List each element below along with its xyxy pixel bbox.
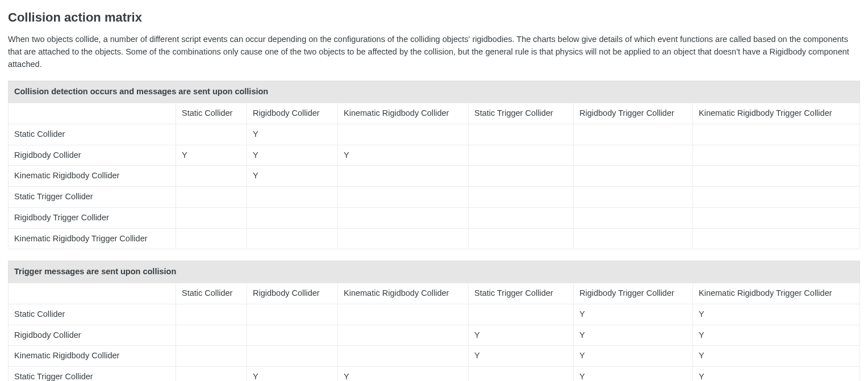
table-cell: Y xyxy=(338,367,469,382)
row-header: Rigidbody Trigger Collider xyxy=(9,207,176,228)
column-header: Rigidbody Collider xyxy=(247,283,338,304)
table-caption: Trigger messages are sent upon collision xyxy=(8,261,860,283)
column-header: Rigidbody Collider xyxy=(247,103,338,124)
table-cell xyxy=(469,367,574,382)
row-header: Static Trigger Collider xyxy=(9,367,176,382)
column-header: Rigidbody Trigger Collider xyxy=(574,283,693,304)
table-cell xyxy=(469,207,574,228)
table-cell xyxy=(176,367,247,382)
table-cell xyxy=(247,187,338,208)
table-cell xyxy=(338,228,469,249)
table-cell xyxy=(176,325,247,346)
table-cell: Y xyxy=(574,367,693,382)
row-header: Static Collider xyxy=(9,304,176,325)
table-cell xyxy=(469,187,574,208)
tables-container: Collision detection occurs and messages … xyxy=(8,81,860,381)
table-cell xyxy=(574,228,693,249)
column-header: Rigidbody Trigger Collider xyxy=(574,103,693,124)
table-cell xyxy=(176,304,247,325)
table-cell: Y xyxy=(247,145,338,166)
column-header: Static Collider xyxy=(176,103,247,124)
table-cell xyxy=(338,124,469,145)
column-header: Kinematic Rigidbody Trigger Collider xyxy=(693,283,860,304)
column-header: Static Trigger Collider xyxy=(469,103,574,124)
column-header: Kinematic Rigidbody Collider xyxy=(338,103,469,124)
table-cell: Y xyxy=(574,346,693,367)
table-cell xyxy=(176,124,247,145)
table-corner-cell xyxy=(9,103,176,124)
table-row: Kinematic Rigidbody ColliderY xyxy=(9,166,860,187)
table-cell: Y xyxy=(247,166,338,187)
table-cell xyxy=(574,187,693,208)
row-header: Static Trigger Collider xyxy=(9,187,176,208)
table-row: Static Trigger Collider xyxy=(9,187,860,208)
table-cell xyxy=(176,346,247,367)
table-cell: Y xyxy=(338,145,469,166)
table-cell xyxy=(247,207,338,228)
collision-table-1: Trigger messages are sent upon collision… xyxy=(8,261,860,381)
table-cell: Y xyxy=(247,367,338,382)
table-cell xyxy=(469,166,574,187)
column-header: Static Trigger Collider xyxy=(469,283,574,304)
table-cell xyxy=(338,304,469,325)
row-header: Kinematic Rigidbody Collider xyxy=(9,346,176,367)
column-header: Static Collider xyxy=(176,283,247,304)
table-cell xyxy=(338,187,469,208)
column-header: Kinematic Rigidbody Trigger Collider xyxy=(693,103,860,124)
table-cell xyxy=(338,346,469,367)
table-cell xyxy=(469,145,574,166)
table-cell xyxy=(176,166,247,187)
table-cell xyxy=(469,304,574,325)
table-row: Static Trigger ColliderYYYY xyxy=(9,367,860,382)
row-header: Static Collider xyxy=(9,124,176,145)
table-cell xyxy=(574,207,693,228)
table-cell: Y xyxy=(176,145,247,166)
collision-table-0: Collision detection occurs and messages … xyxy=(8,81,860,249)
table-cell: Y xyxy=(693,304,860,325)
table-row: Static ColliderYY xyxy=(9,304,860,325)
row-header: Kinematic Rigidbody Trigger Collider xyxy=(9,228,176,249)
table-corner-cell xyxy=(9,283,176,304)
table-row: Rigidbody ColliderYYY xyxy=(9,145,860,166)
table-row: Kinematic Rigidbody Trigger Collider xyxy=(9,228,860,249)
table-cell xyxy=(176,207,247,228)
table-cell xyxy=(574,124,693,145)
table-cell: Y xyxy=(469,325,574,346)
table-cell xyxy=(338,325,469,346)
table-row: Kinematic Rigidbody ColliderYYY xyxy=(9,346,860,367)
row-header: Rigidbody Collider xyxy=(9,145,176,166)
table-caption: Collision detection occurs and messages … xyxy=(8,81,860,103)
table-cell xyxy=(469,124,574,145)
table-cell xyxy=(338,166,469,187)
page-heading: Collision action matrix xyxy=(8,8,860,27)
table-cell: Y xyxy=(469,346,574,367)
table-cell xyxy=(247,346,338,367)
table-cell: Y xyxy=(693,367,860,382)
table-row: Rigidbody ColliderYYY xyxy=(9,325,860,346)
table-cell xyxy=(176,228,247,249)
table-cell xyxy=(693,145,860,166)
table-cell xyxy=(176,187,247,208)
table-cell xyxy=(247,304,338,325)
row-header: Rigidbody Collider xyxy=(9,325,176,346)
table-cell xyxy=(247,228,338,249)
table-cell xyxy=(574,166,693,187)
table-cell: Y xyxy=(693,325,860,346)
table-cell xyxy=(574,145,693,166)
table-cell xyxy=(247,325,338,346)
table-cell: Y xyxy=(693,346,860,367)
column-header: Kinematic Rigidbody Collider xyxy=(338,283,469,304)
intro-paragraph: When two objects collide, a number of di… xyxy=(8,34,860,70)
table-cell: Y xyxy=(574,304,693,325)
table-cell: Y xyxy=(574,325,693,346)
table-row: Rigidbody Trigger Collider xyxy=(9,207,860,228)
row-header: Kinematic Rigidbody Collider xyxy=(9,166,176,187)
table-cell xyxy=(693,228,860,249)
table-cell xyxy=(693,207,860,228)
table-cell xyxy=(693,166,860,187)
table-cell: Y xyxy=(247,124,338,145)
table-cell xyxy=(338,207,469,228)
table-cell xyxy=(693,124,860,145)
table-row: Static ColliderY xyxy=(9,124,860,145)
table-cell xyxy=(693,187,860,208)
